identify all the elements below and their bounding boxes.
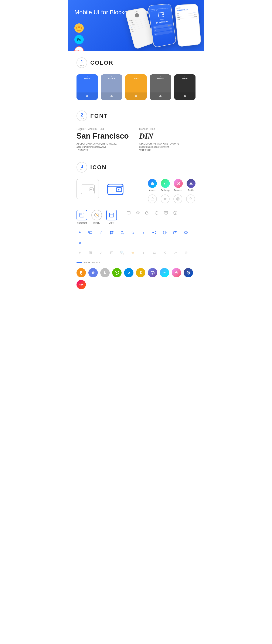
icon-management: Mangment xyxy=(76,210,87,224)
crypto-zcash: Z xyxy=(136,268,145,277)
font-din-lowercase: abcdefghijklmnopqrstuvwxyz xyxy=(139,146,196,148)
crypto-bitcoin: ₿ xyxy=(76,268,86,277)
icon-profile-outline xyxy=(186,194,195,204)
svg-point-59 xyxy=(152,272,153,273)
blockchain-line-decoration xyxy=(76,262,82,263)
crypto-grid xyxy=(148,268,157,277)
svg-rect-41 xyxy=(110,231,111,232)
svg-point-19 xyxy=(190,198,192,199)
icon-assets: Assets xyxy=(148,179,157,192)
blockchain-label-text: BlockChain Icon xyxy=(84,261,100,264)
misc-icons-row xyxy=(126,210,178,216)
icon-exchange-outline xyxy=(161,194,170,204)
star-icon: ☆ xyxy=(130,229,136,236)
section-number-3: 3 THREE xyxy=(76,162,87,172)
crypto-ethereum xyxy=(88,268,98,277)
svg-point-14 xyxy=(178,183,179,184)
font-sf-uppercase: ABCDEFGHIJKLMNOPQRSTUVWXYZ xyxy=(76,142,133,145)
svg-line-47 xyxy=(123,233,124,234)
icon-section-header: 3 THREE ICON xyxy=(76,162,196,172)
svg-point-28 xyxy=(155,212,158,214)
plus-icon: + xyxy=(76,229,83,236)
icon-colored-wallet xyxy=(104,179,126,199)
icon-section: 3 THREE ICON xyxy=(76,162,196,289)
font-section: 2 TWO FONT Regular · Medium · Bold San F… xyxy=(76,110,196,151)
crypto-ark xyxy=(172,268,181,277)
qr-icon xyxy=(108,229,115,236)
section-number-2: 2 TWO xyxy=(76,110,87,121)
icon-order: Order xyxy=(106,210,117,224)
svg-point-67 xyxy=(80,284,82,285)
phone-mockups: Profile Management Message Receive Gift … xyxy=(126,2,204,51)
svg-point-17 xyxy=(176,198,179,200)
utility-icons-row-dim: + ⊞ ✓ ⊡ 🔍 ★ ‹ ⇄ ✕ ↗ ⊕ xyxy=(76,250,196,256)
svg-point-15 xyxy=(190,182,192,184)
crypto-polygon xyxy=(184,268,193,277)
icon-wireframe-container xyxy=(76,179,99,199)
chevron-left-icon: ‹ xyxy=(140,229,146,236)
font-section-header: 2 TWO FONT xyxy=(76,110,196,121)
font-san-francisco: Regular · Medium · Bold San Francisco AB… xyxy=(76,128,133,151)
font-grid: Regular · Medium · Bold San Francisco AB… xyxy=(76,128,196,151)
blockchain-label: BlockChain Icon xyxy=(76,261,196,264)
moon-icon xyxy=(144,210,150,216)
swatch-dark: #303030 xyxy=(174,74,196,100)
icon-assets-outline xyxy=(148,194,157,204)
svg-point-34 xyxy=(175,212,176,212)
crypto-icons-row: ₿ Ł D Z xyxy=(76,268,196,289)
svg-point-10 xyxy=(118,189,120,190)
phone-portfolio: myWallet $6.297.502.12 BTC738-2003 ETH12… xyxy=(174,4,201,47)
svg-rect-29 xyxy=(164,212,168,214)
ps-badge: Ps xyxy=(74,35,84,44)
svg-point-48 xyxy=(164,232,165,233)
icon-history: History xyxy=(92,210,102,224)
main-content: 1 ONE COLOR #3574FA #8DA0C8 #F5A623 xyxy=(68,51,204,306)
crypto-neo xyxy=(112,268,122,277)
font-title: FONT xyxy=(90,113,108,119)
icon-profile: Profile xyxy=(186,179,196,192)
svg-line-58 xyxy=(115,272,119,274)
screens-badge: 60+ Screens xyxy=(74,46,84,51)
info-icon xyxy=(172,210,178,216)
color-section-header: 1 ONE COLOR xyxy=(76,58,196,68)
font-din-uppercase: ABCDEFGHIJKLMNOPQRSTUVWXYZ xyxy=(139,142,196,145)
font-din-numbers: 1234567890 xyxy=(139,149,196,151)
icon-discover-outline xyxy=(174,194,182,204)
svg-point-7 xyxy=(90,189,92,190)
settings-icon xyxy=(162,229,168,236)
edit-icon xyxy=(87,229,94,236)
swatch-orange: #F5A623 xyxy=(126,74,146,100)
nav-icons-row: Mangment History xyxy=(76,210,196,224)
svg-point-18 xyxy=(177,198,178,200)
svg-rect-5 xyxy=(81,185,94,194)
color-section: 1 ONE COLOR #3574FA #8DA0C8 #F5A623 xyxy=(76,58,196,100)
svg-marker-16 xyxy=(151,198,154,200)
upload-icon xyxy=(172,229,178,236)
comment-icon xyxy=(163,210,169,216)
section-number-1: 1 ONE xyxy=(76,58,87,68)
icon-exchange: Exchange xyxy=(161,179,170,192)
svg-marker-12 xyxy=(151,182,154,185)
font-sf-style: Regular · Medium · Bold xyxy=(76,128,133,130)
crypto-dash: D xyxy=(124,268,134,277)
icon-title: ICON xyxy=(90,164,107,171)
svg-rect-50 xyxy=(184,232,188,233)
swatch-blue: #3574FA xyxy=(76,74,98,100)
font-din-style: Medium · Bold xyxy=(139,128,196,130)
svg-rect-43 xyxy=(110,233,111,234)
swatch-slate: #8DA0C8 xyxy=(101,74,122,100)
layers-icon xyxy=(135,210,141,216)
svg-rect-21 xyxy=(80,213,82,215)
svg-rect-27 xyxy=(127,212,130,214)
swatch-gray: #666666 xyxy=(150,74,171,100)
sketch-badge xyxy=(74,24,84,33)
close-icon: ✕ xyxy=(76,240,83,246)
color-title: COLOR xyxy=(90,60,114,66)
share-icon xyxy=(151,229,157,236)
svg-rect-35 xyxy=(88,231,92,233)
font-din: Medium · Bold DIN ABCDEFGHIJKLMNOPQRSTUV… xyxy=(139,128,196,151)
named-icons-group: Assets Exchange Discover xyxy=(148,179,196,204)
chat-icon xyxy=(126,210,132,216)
font-din-name: DIN xyxy=(139,132,196,140)
svg-rect-8 xyxy=(108,184,123,195)
